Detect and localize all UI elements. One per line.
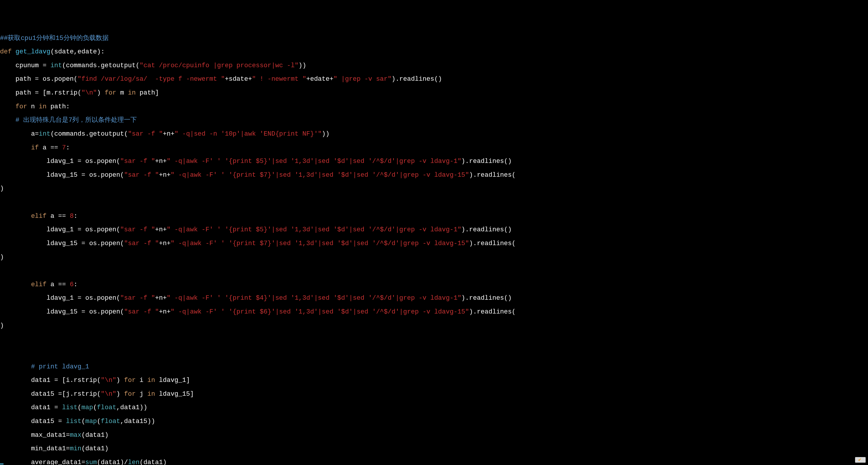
- code-line: def get_ldavg(sdate,edate):: [0, 49, 868, 55]
- code-line: data15 = list(map(float,data15)): [0, 418, 868, 425]
- code-line: data15 =[j.rstrip("\n") for j in ldavg_1…: [0, 391, 868, 398]
- code-line: elif a == 6:: [0, 281, 868, 288]
- code-line: [0, 199, 868, 206]
- code-editor[interactable]: ##获取cpu1分钟和15分钟的负载数据 def get_ldavg(sdate…: [0, 28, 868, 465]
- code-line: path = os.popen("find /var/log/sa/ -type…: [0, 76, 868, 83]
- code-line: [0, 350, 868, 356]
- code-line: if a == 7:: [0, 145, 868, 151]
- code-line: data1 = list(map(float,data1)): [0, 404, 868, 411]
- comment-text: ##获取cpu1分钟和15分钟的负载数据: [0, 35, 108, 42]
- code-line: # print ldavg_1: [0, 364, 868, 370]
- code-line: elif a == 8:: [0, 213, 868, 220]
- code-line: data1 = [i.rstrip("\n") for i in ldavg_1…: [0, 377, 868, 384]
- code-line: path = [m.rstrip("\n") for m in path]: [0, 90, 868, 96]
- code-line: ): [0, 185, 868, 192]
- code-line: average_data1=sum(data1)/len(data1): [0, 459, 868, 465]
- code-line: ): [0, 322, 868, 329]
- code-line: ldavg_15 = os.popen("sar -f "+n+" -q|awk…: [0, 240, 868, 247]
- watermark-badge: ✔: [855, 457, 866, 463]
- code-line: a=int(commands.getoutput("sar -f "+n+" -…: [0, 131, 868, 137]
- check-icon: ✔: [858, 457, 862, 462]
- code-line: ldavg_1 = os.popen("sar -f "+n+" -q|awk …: [0, 158, 868, 165]
- code-line: cpunum = int(commands.getoutput("cat /pr…: [0, 62, 868, 69]
- code-line: ): [0, 254, 868, 261]
- code-line: ldavg_15 = os.popen("sar -f "+n+" -q|awk…: [0, 309, 868, 315]
- code-line: min_data1=min(data1): [0, 445, 868, 452]
- code-line: ##获取cpu1分钟和15分钟的负载数据: [0, 35, 868, 42]
- code-line: for n in path:: [0, 103, 868, 110]
- code-line: ldavg_1 = os.popen("sar -f "+n+" -q|awk …: [0, 226, 868, 233]
- code-line: max_data1=max(data1): [0, 432, 868, 439]
- cursor-indicator: [0, 464, 3, 464]
- code-line: [0, 268, 868, 274]
- code-line: ldavg_1 = os.popen("sar -f "+n+" -q|awk …: [0, 295, 868, 302]
- code-line: # 出现特殊几台是7列，所以条件处理一下: [0, 117, 868, 124]
- code-line: ldavg_15 = os.popen("sar -f "+n+" -q|awk…: [0, 172, 868, 179]
- code-line: [0, 336, 868, 343]
